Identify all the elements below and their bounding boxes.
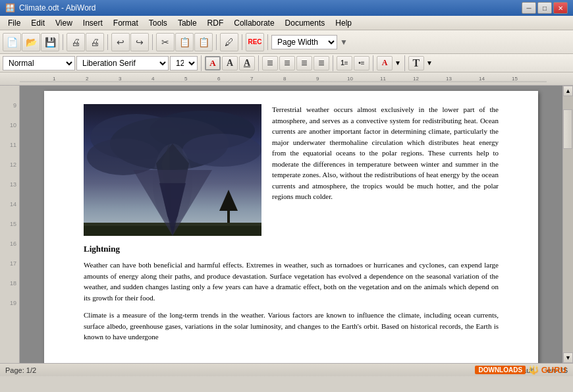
line-15: 15: [10, 221, 16, 227]
watermark: DOWNLOADS 🔱 GURU: [475, 365, 566, 375]
line-12: 12: [10, 161, 16, 168]
scroll-track[interactable]: [563, 96, 573, 352]
svg-text:13: 13: [446, 76, 452, 82]
svg-text:1: 1: [53, 76, 56, 82]
sep4: [216, 34, 217, 50]
svg-point-20: [87, 138, 159, 175]
menu-view[interactable]: View: [50, 17, 78, 29]
maximize-button[interactable]: □: [537, 2, 552, 14]
app-icon: 🪟: [5, 3, 15, 13]
line-19: 19: [10, 300, 16, 306]
svg-text:6: 6: [217, 76, 221, 82]
svg-text:15: 15: [512, 76, 518, 82]
format-painter-button[interactable]: 🖊: [220, 33, 238, 51]
guru-badge: 🔱 GURU: [528, 365, 566, 375]
document-page: Terrestrial weather occurs almost exclus…: [44, 91, 538, 363]
zoom-select[interactable]: Page Width 100% 75%: [271, 35, 337, 49]
sep-fmt5: [404, 55, 405, 71]
document-area[interactable]: Terrestrial weather occurs almost exclus…: [20, 86, 562, 363]
sep-fmt4: [373, 55, 373, 71]
menu-help[interactable]: Help: [330, 17, 357, 29]
line-16: 16: [10, 240, 16, 247]
svg-rect-26: [227, 210, 230, 223]
sep-fmt2: [258, 55, 259, 71]
text-size-button[interactable]: T: [408, 56, 424, 70]
spell-check-button[interactable]: REC: [246, 33, 264, 51]
close-button[interactable]: ✕: [553, 2, 568, 14]
svg-text:8: 8: [283, 76, 286, 82]
svg-text:2: 2: [86, 76, 89, 82]
italic-button[interactable]: A: [222, 56, 238, 70]
menu-insert[interactable]: Insert: [78, 17, 108, 29]
new-button[interactable]: 📄: [3, 33, 21, 51]
scroll-up-button[interactable]: ▲: [563, 86, 573, 96]
print-button[interactable]: 🖨: [86, 33, 104, 51]
status-bar: Page: 1/2 Insert default en-US DOWNLOADS…: [0, 363, 573, 376]
numbering-button[interactable]: 1≡: [337, 56, 352, 70]
align-center-button[interactable]: ≡: [279, 56, 295, 70]
menu-bar: File Edit View Insert Format Tools Table…: [0, 16, 573, 30]
menu-collaborate[interactable]: Collaborate: [229, 17, 279, 29]
sep1: [63, 34, 63, 50]
sep2: [107, 34, 108, 50]
bold-button[interactable]: A: [205, 56, 221, 70]
line-17: 17: [10, 260, 16, 267]
title-bar: 🪟 Climate.odt - AbiWord ─ □ ✕: [0, 0, 573, 16]
paste-button[interactable]: 📋: [194, 33, 213, 51]
main-paragraph: Terrestrial weather occurs almost exclus…: [272, 104, 499, 236]
svg-text:7: 7: [250, 76, 254, 82]
redo-button[interactable]: ↪: [130, 33, 149, 51]
text-dropdown-icon[interactable]: ▼: [426, 59, 433, 67]
sep6: [267, 34, 268, 50]
color-dropdown-icon[interactable]: ▼: [395, 59, 401, 67]
window-title: Climate.odt - AbiWord: [19, 3, 96, 13]
sep5: [242, 34, 242, 50]
line-9: 9: [13, 102, 16, 109]
svg-rect-25: [84, 226, 261, 236]
align-left-button[interactable]: ≡: [262, 56, 278, 70]
menu-rdf[interactable]: RDF: [202, 17, 229, 29]
open-button[interactable]: 📂: [22, 33, 40, 51]
ruler: 1 2 3 4 5 6 7 8 9 10 11 12 13 14 15: [0, 72, 573, 86]
menu-tools[interactable]: Tools: [144, 17, 173, 29]
align-right-button[interactable]: ≡: [296, 56, 312, 70]
bullets-button[interactable]: •≡: [354, 56, 369, 70]
undo-button[interactable]: ↩: [111, 33, 130, 51]
underline-button[interactable]: A: [239, 56, 255, 70]
svg-text:10: 10: [347, 76, 353, 82]
minimize-button[interactable]: ─: [522, 2, 536, 14]
save-button[interactable]: 💾: [41, 33, 59, 51]
menu-documents[interactable]: Documents: [280, 17, 331, 29]
scroll-down-button[interactable]: ▼: [563, 352, 573, 363]
size-select[interactable]: 12 10 14 16: [170, 56, 198, 70]
svg-text:3: 3: [119, 76, 122, 82]
line-14: 14: [10, 201, 16, 208]
cut-button[interactable]: ✂: [156, 33, 175, 51]
menu-format[interactable]: Format: [108, 17, 144, 29]
style-select[interactable]: Normal: [3, 56, 75, 70]
color-button[interactable]: A: [377, 56, 393, 70]
svg-point-21: [182, 134, 261, 167]
downloads-badge: DOWNLOADS: [475, 366, 526, 374]
line-18: 18: [10, 280, 16, 287]
vertical-scrollbar[interactable]: ▲ ▼: [562, 86, 573, 363]
font-select[interactable]: Liberation Serif: [76, 56, 169, 70]
menu-file[interactable]: File: [3, 17, 26, 29]
svg-text:9: 9: [316, 76, 319, 82]
svg-text:4: 4: [151, 76, 155, 82]
scroll-thumb[interactable]: [563, 109, 572, 149]
menu-edit[interactable]: Edit: [26, 17, 50, 29]
line-10: 10: [10, 122, 16, 128]
svg-point-28: [153, 144, 192, 223]
main-area: 9 10 11 12 13 14 15 16 17 18 19: [0, 86, 573, 363]
print-preview-button[interactable]: 🖨: [67, 33, 85, 51]
sep-fmt3: [333, 55, 333, 71]
copy-button[interactable]: 📋: [175, 33, 194, 51]
svg-text:11: 11: [380, 76, 386, 82]
line-11: 11: [10, 142, 16, 148]
zoom-dropdown-icon: ▼: [340, 38, 348, 47]
svg-text:12: 12: [413, 76, 419, 82]
menu-table[interactable]: Table: [173, 17, 202, 29]
content-row-1: Terrestrial weather occurs almost exclus…: [84, 104, 499, 236]
align-justify-button[interactable]: ≡: [314, 56, 329, 70]
